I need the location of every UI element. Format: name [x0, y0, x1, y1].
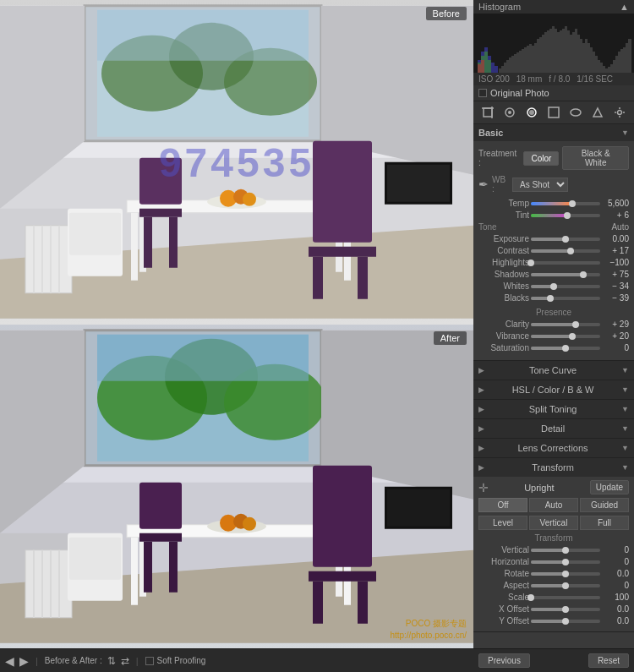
copy-icon[interactable]: ⇄: [121, 655, 129, 667]
contrast-slider[interactable]: [531, 249, 600, 253]
temp-slider[interactable]: [531, 202, 600, 205]
svg-rect-113: [555, 29, 557, 73]
svg-rect-62: [139, 533, 182, 541]
transform-expand: ▼: [621, 463, 629, 472]
tool-radial-icon[interactable]: [568, 105, 583, 120]
nav-left-icon[interactable]: ◀: [5, 654, 14, 668]
reset-button[interactable]: Reset: [588, 653, 629, 668]
auto-link[interactable]: Auto: [611, 222, 629, 232]
detail-expand: ▼: [621, 424, 629, 433]
detail-header[interactable]: ▶ Detail ▼: [473, 419, 634, 438]
svg-rect-127: [590, 47, 593, 73]
upright-full-btn[interactable]: Full: [580, 516, 629, 530]
svg-rect-142: [628, 39, 631, 73]
tint-slider[interactable]: [531, 214, 600, 217]
basic-section-body: Treatment : Color Black & White ✒ WB : A…: [473, 141, 634, 360]
exposure-slider[interactable]: [531, 238, 600, 241]
upright-off-btn[interactable]: Off: [478, 498, 527, 512]
svg-rect-112: [552, 26, 555, 73]
svg-rect-88: [488, 60, 491, 73]
vibrance-slider[interactable]: [531, 335, 600, 338]
svg-rect-143: [484, 108, 492, 117]
whites-slider-row: Whites − 34: [478, 281, 629, 291]
previous-button[interactable]: Previous: [478, 653, 530, 668]
nav-right-icon[interactable]: ▶: [19, 654, 29, 668]
yoffset-slider[interactable]: [531, 620, 600, 623]
tool-spot-icon[interactable]: [502, 105, 517, 120]
scale-label: Scale: [478, 593, 529, 602]
lens-corrections-header[interactable]: ▶ Lens Corrections ▼: [473, 439, 634, 457]
blacks-slider[interactable]: [531, 297, 600, 300]
upright-vertical-btn[interactable]: Vertical: [529, 516, 578, 530]
aspect-label: Aspect: [478, 581, 529, 590]
svg-rect-53: [131, 537, 138, 604]
whites-slider[interactable]: [531, 285, 600, 288]
upright-level-btn[interactable]: Level: [478, 516, 527, 530]
svg-rect-136: [613, 60, 615, 73]
bottom-toolbar: ◀ ▶ | Before & After : ⇅ ⇄ | Soft Proofi…: [0, 648, 634, 672]
vertical-label: Vertical: [478, 545, 529, 555]
swap-icon[interactable]: ⇅: [107, 655, 116, 667]
tone-curve-header[interactable]: ▶ Tone Curve ▼: [473, 361, 634, 380]
xoffset-slider[interactable]: [531, 608, 600, 611]
svg-rect-133: [605, 68, 608, 73]
clarity-slider[interactable]: [531, 323, 600, 326]
svg-rect-97: [514, 54, 516, 73]
svg-rect-83: [491, 63, 495, 73]
tool-settings-icon[interactable]: [612, 105, 627, 120]
eyedropper-tool[interactable]: ✒: [478, 178, 489, 191]
highlights-label: Highlights: [478, 258, 529, 267]
upright-guided-btn[interactable]: Guided: [580, 498, 629, 512]
horizontal-slider[interactable]: [531, 560, 600, 564]
scale-slider[interactable]: [531, 596, 600, 599]
blacks-label: Blacks: [478, 293, 529, 303]
soft-proofing-checkbox[interactable]: [145, 657, 154, 665]
bw-treatment-btn[interactable]: Black & White: [562, 146, 629, 170]
svg-rect-93: [504, 63, 506, 73]
svg-rect-116: [562, 29, 565, 73]
tool-crop-icon[interactable]: [480, 105, 495, 120]
svg-rect-87: [484, 52, 488, 73]
svg-rect-117: [565, 26, 567, 73]
horizontal-value: 0: [602, 557, 629, 566]
transform-section-header[interactable]: ▶ Transform ▼: [473, 458, 634, 477]
split-toning-header[interactable]: ▶ Split Toning ▼: [473, 400, 634, 418]
highlights-slider[interactable]: [531, 261, 600, 265]
hsl-header[interactable]: ▶ HSL / Color / B & W ▼: [473, 380, 634, 399]
histogram-label: Histogram: [478, 2, 521, 12]
update-button[interactable]: Update: [590, 480, 629, 494]
vertical-slider[interactable]: [531, 549, 600, 552]
aspect-slider[interactable]: [531, 584, 600, 587]
tool-graduated-icon[interactable]: [546, 105, 561, 120]
aspect-value: 0: [602, 581, 629, 590]
svg-rect-94: [506, 60, 509, 73]
svg-rect-77: [69, 537, 121, 579]
tone-curve-section: ▶ Tone Curve ▼: [473, 361, 634, 380]
saturation-slider[interactable]: [531, 347, 600, 350]
upright-auto-btn[interactable]: Auto: [529, 498, 578, 512]
temp-slider-row: Temp 5,600: [478, 199, 629, 208]
xoffset-value: 0.0: [602, 604, 629, 614]
vibrance-slider-row: Vibrance + 20: [478, 331, 629, 341]
svg-rect-24: [144, 217, 152, 268]
svg-point-152: [618, 111, 622, 115]
histogram-expand-icon[interactable]: ▲: [620, 2, 629, 12]
svg-rect-123: [580, 39, 582, 73]
rotate-slider[interactable]: [531, 572, 600, 576]
svg-rect-110: [547, 30, 549, 73]
svg-rect-69: [25, 549, 72, 617]
svg-rect-36: [387, 165, 450, 202]
svg-rect-128: [593, 52, 595, 73]
aspect-slider-row: Aspect 0: [478, 581, 629, 590]
tool-hsl-icon[interactable]: [590, 105, 605, 120]
original-photo-checkbox[interactable]: [478, 89, 487, 97]
tool-redeye-icon[interactable]: [524, 105, 539, 120]
split-toning-expand: ▼: [621, 405, 629, 413]
color-treatment-btn[interactable]: Color: [523, 151, 559, 166]
upright-row: ✛ Upright Update: [478, 480, 629, 494]
svg-rect-107: [539, 37, 542, 73]
basic-section-title: Basic: [478, 128, 503, 138]
shadows-slider[interactable]: [531, 273, 600, 276]
basic-section-header[interactable]: Basic ▼: [473, 124, 634, 141]
wb-select[interactable]: As Shot: [512, 178, 568, 192]
